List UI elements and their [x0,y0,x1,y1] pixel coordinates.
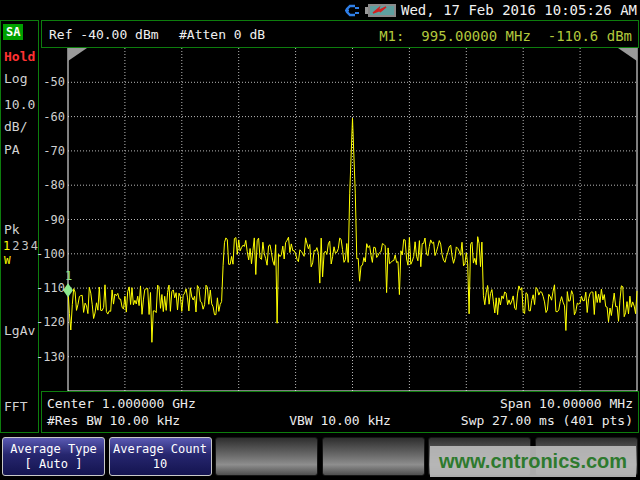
trace-digit-3: 3 [21,239,30,253]
y-tick-label: -110 [34,282,65,294]
y-tick-label: -100 [34,248,65,260]
fft-mode-label: FFT [4,399,27,414]
y-tick-label: -120 [34,316,65,328]
ref-level-readout: Ref -40.00 dBm [49,27,159,42]
y-tick-label: -130 [34,351,65,363]
status-bar: Wed, 17 Feb 2016 10:05:26 AM [0,0,640,20]
center-frequency-readout: Center 1.000000 GHz [47,396,196,411]
scale-unit-label: dB/ [4,119,27,134]
scale-value-label: 10.0 [4,97,35,112]
graticule-border [68,48,637,391]
softkey-average-type[interactable]: Average Type [ Auto ] [2,437,105,476]
y-tick-label: -60 [34,111,65,123]
y-tick-label: -70 [34,145,65,157]
ref-corner-right [618,48,637,61]
softkey-blank-4[interactable] [322,437,425,476]
average-type-label: LgAv [4,323,35,338]
marker-1-number: 1 [65,269,72,283]
preamp-label: PA [4,142,20,157]
bottom-annotation-bar: Center 1.000000 GHz Span 10.00000 MHz #R… [41,391,639,433]
attenuation-readout: #Atten 0 dB [179,27,265,42]
detector-label: Pk [4,222,20,237]
sweep-time-readout: Swp 27.00 ms (401 pts) [461,413,633,428]
softkey-blank-3[interactable] [215,437,318,476]
spectrum-analyzer-screen: Wed, 17 Feb 2016 10:05:26 AM SA Hold Log… [0,0,640,480]
trace-digit-1: 1 [3,239,12,253]
trace-1 [68,118,637,342]
y-tick-label: -50 [34,76,65,88]
marker-1-readout: M1: 995.00000 MHz -110.6 dBm [379,28,632,44]
mode-badge: SA [3,24,23,40]
sweep-state-label: Hold [4,49,35,64]
softkey-average-count[interactable]: Average Count 10 [109,437,212,476]
y-tick-label: -90 [34,214,65,226]
ac-power-icon [344,3,360,18]
date-time: Wed, 17 Feb 2016 10:05:26 AM [401,2,637,18]
y-tick-label: -80 [34,179,65,191]
scale-type-label: Log [4,71,27,86]
ref-corner-left [68,48,87,61]
span-readout: Span 10.00000 MHz [500,396,633,411]
trace-state-label: W [4,254,11,267]
battery-charging-icon [365,3,396,18]
watermark: www.cntronics.com [430,446,636,477]
top-annotation-bar: Ref -40.00 dBm #Atten 0 dB M1: 995.00000… [41,20,639,48]
